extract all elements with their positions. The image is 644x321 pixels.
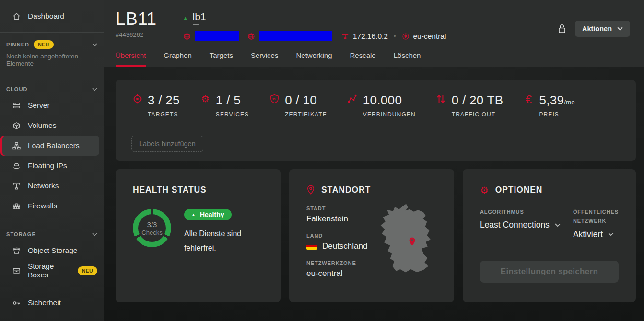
germany-map [376,203,436,287]
storage-box-icon [12,266,21,275]
private-network-icon [341,33,349,40]
status-up-icon: ▲ [183,16,188,21]
field-label: LAND [306,233,368,239]
lb-name[interactable]: lb1 [193,11,206,25]
save-settings-button[interactable]: Einstellungen speichern [480,261,619,283]
sidebar-item-floating-ips[interactable]: Floating IPs [0,156,104,176]
tab-services[interactable]: Services [251,51,279,67]
neu-badge: NEU [78,266,97,275]
stat-label: VERBINDUNGEN [363,111,416,118]
actions-button-label: Aktionen [582,25,612,33]
sidebar-item-label: Dashboard [28,12,64,21]
lb-name-block: ▲ lb1 [183,10,446,41]
actions-button[interactable]: Aktionen [575,21,630,37]
triangle-up-icon: ▲ [191,212,196,217]
tab-uebersicht[interactable]: Übersicht [116,51,146,67]
field-value: eu-central [306,269,368,278]
sidebar-item-label: Volumes [28,121,56,130]
sidebar-section-pinned[interactable]: PINNED NEU [0,38,104,51]
sidebar-section-cloud[interactable]: CLOUD [0,83,104,95]
tab-networking[interactable]: Networking [296,51,332,67]
location-field-country: LAND Deutschland [306,233,368,251]
algorithm-value: Least Connections [480,220,550,230]
tab-rescale[interactable]: Rescale [350,51,376,67]
stat-value: 0 / 10 [285,93,327,108]
pinned-empty-text: Noch keine angehefteten Elemente [0,51,104,71]
sidebar-item-label: Networks [28,182,59,190]
chevron-down-icon [617,27,623,31]
tab-loeschen[interactable]: Löschen [394,51,421,67]
traffic-arrows-icon [436,93,446,118]
public-network-select[interactable]: Aktiviert [573,229,614,240]
sidebar-divider [0,287,104,287]
stat-value: 0 / 20 TB [452,93,503,108]
sidebar-item-dashboard[interactable]: Dashboard [0,6,104,26]
dot-separator: • [394,33,396,40]
sidebar-item-networks[interactable]: Networks [0,176,104,196]
sidebar-item-server[interactable]: Server [0,95,104,115]
stat-value: 1 / 5 [216,93,249,108]
target-icon [132,93,142,118]
sidebar-item-security[interactable]: Sicherheit [0,293,104,313]
map-location-pin-icon [408,237,416,249]
network-icon [12,182,21,190]
stat-traffic-out: 0 / 20 TB TRAFFIC OUT [436,93,503,118]
chevron-down-icon[interactable] [92,88,97,91]
tab-targets[interactable]: Targets [210,51,233,67]
sidebar-divider [0,32,104,33]
home-icon [12,12,21,21]
sidebar-section-storage[interactable]: STORAGE [0,228,104,241]
algorithm-select[interactable]: Least Connections [480,220,561,230]
lb-type-label: LB11 [116,10,157,29]
public-network-value: Aktiviert [573,229,603,240]
chevron-down-icon[interactable] [92,43,97,46]
euro-icon: € [523,93,534,118]
sidebar-item-label: Server [28,101,50,110]
checks-label: Checks [141,229,162,236]
chevron-down-icon[interactable] [92,233,97,236]
chevron-down-icon [608,232,614,236]
sidebar-item-load-balancers[interactable]: Load Balancers [0,136,99,156]
field-value: Deutschland [322,241,368,251]
stat-label: TARGETS [148,111,180,118]
main-area: LB11 #4436262 ▲ lb1 [104,0,644,321]
field-label: STADT [306,206,368,211]
load-balancer-icon [12,141,21,150]
sidebar-item-object-storage[interactable]: Object Storage [0,241,104,261]
public-network-label: ÖFFENTLICHES NETZWERK [573,207,631,226]
network-zone: eu-central [413,32,446,41]
germany-flag-icon [306,243,317,250]
card-title: STANDORT [321,185,371,195]
sidebar-item-storage-boxes[interactable]: Storage Boxes NEU [0,261,104,281]
network-zone-icon [402,33,410,40]
app-window: Dashboard PINNED NEU Noch keine angeheft… [0,0,644,321]
private-ip[interactable]: 172.16.0.2 [353,32,388,41]
sidebar-item-firewalls[interactable]: Firewalls [0,196,104,216]
chevron-down-icon [555,223,561,227]
sidebar-item-label: Object Storage [28,246,77,255]
stat-targets: 3 / 25 TARGETS [132,93,180,118]
options-card: ⚙ OPTIONEN ALGORITHMUS Least Connections [463,169,636,302]
stat-label: PREIS [539,111,574,118]
stat-verbindungen: 10.000 VERBINDUNGEN [347,93,416,118]
stat-label: ZERTIFIKATE [285,111,327,118]
healthy-badge-label: Healthy [200,211,224,218]
bucket-icon [12,246,21,255]
lb-type-block: LB11 #4436262 [116,10,157,38]
sidebar-item-label: Floating IPs [28,161,67,170]
tab-graphen[interactable]: Graphen [164,51,191,67]
add-labels-button[interactable]: Labels hinzufügen [131,136,203,152]
sidebar-divider [0,222,104,222]
stat-zertifikate: SSL 0 / 10 ZERTIFIKATE [269,93,327,118]
sidebar-item-label: Storage Boxes [28,262,66,279]
health-status-card: HEALTH STATUS 3/3 Checks ▲ Healthy [116,169,281,302]
sidebar-divider [0,77,104,77]
firewall-icon [12,202,21,210]
healthy-badge: ▲ Healthy [184,209,232,220]
page-header: LB11 #4436262 ▲ lb1 [104,0,644,67]
card-title: HEALTH STATUS [133,185,207,195]
sidebar-item-volumes[interactable]: Volumes [0,115,104,136]
volume-cube-icon [12,121,21,130]
stat-value: 10.000 [363,93,416,108]
redacted-ipv6 [259,31,332,41]
